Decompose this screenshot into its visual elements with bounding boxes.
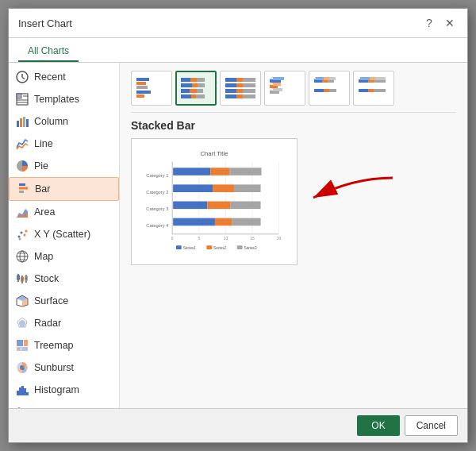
sidebar-item-radar-label: Radar bbox=[34, 318, 61, 329]
svg-rect-46 bbox=[21, 386, 24, 395]
svg-rect-78 bbox=[198, 83, 205, 87]
svg-rect-77 bbox=[192, 83, 198, 87]
svg-rect-95 bbox=[236, 94, 243, 98]
chart-subtype-3d-100-stacked-bar[interactable] bbox=[353, 71, 394, 106]
svg-rect-69 bbox=[136, 82, 146, 85]
svg-rect-91 bbox=[225, 89, 236, 93]
sidebar-item-recent-label: Recent bbox=[34, 71, 66, 83]
ok-button[interactable]: OK bbox=[357, 415, 399, 436]
sidebar-item-recent[interactable]: Recent bbox=[9, 66, 119, 88]
chart-subtype-3d-stacked-bar[interactable] bbox=[309, 71, 350, 106]
svg-point-21 bbox=[25, 230, 28, 233]
svg-text:Category 4: Category 4 bbox=[146, 223, 169, 228]
svg-rect-72 bbox=[136, 94, 144, 98]
sidebar-item-bar-label: Bar bbox=[35, 183, 50, 195]
sidebar-item-line-label: Line bbox=[34, 138, 53, 149]
svg-rect-10 bbox=[23, 117, 25, 127]
svg-rect-40 bbox=[24, 340, 28, 346]
svg-rect-104 bbox=[273, 88, 282, 91]
svg-rect-96 bbox=[243, 94, 255, 98]
sidebar-item-treemap[interactable]: Treemap bbox=[9, 334, 119, 357]
3d-stacked-bar-icon bbox=[313, 75, 346, 102]
svg-rect-4 bbox=[17, 94, 21, 98]
svg-line-112 bbox=[314, 77, 316, 79]
chart-preview-title: Stacked Bar bbox=[131, 119, 456, 132]
chart-subtype-stacked-bar[interactable] bbox=[175, 71, 217, 106]
svg-rect-68 bbox=[136, 78, 149, 81]
svg-rect-8 bbox=[17, 121, 19, 127]
sidebar-item-xy-scatter-label: X Y (Scatter) bbox=[34, 229, 90, 240]
insert-chart-dialog: Insert Chart ? ✕ All Charts Recent bbox=[8, 8, 468, 443]
svg-rect-93 bbox=[243, 89, 255, 93]
sidebar-item-treemap-label: Treemap bbox=[34, 340, 74, 351]
sidebar-item-pie[interactable]: Pie bbox=[9, 155, 119, 177]
svg-rect-143 bbox=[173, 168, 210, 175]
svg-rect-86 bbox=[236, 78, 243, 82]
svg-rect-76 bbox=[181, 83, 192, 87]
svg-rect-81 bbox=[197, 89, 203, 93]
svg-line-105 bbox=[270, 88, 273, 91]
area-chart-icon bbox=[15, 205, 29, 219]
chart-subtype-clustered-bar[interactable] bbox=[131, 71, 172, 106]
svg-rect-45 bbox=[19, 387, 21, 395]
chart-preview-box: Chart Title Category 1 bbox=[131, 138, 298, 265]
svg-rect-151 bbox=[230, 202, 260, 210]
sidebar-item-templates[interactable]: Templates bbox=[9, 88, 119, 110]
svg-rect-89 bbox=[236, 83, 243, 87]
chart-subtype-100-stacked-bar[interactable] bbox=[220, 71, 261, 106]
svg-rect-94 bbox=[225, 94, 236, 98]
svg-text:20: 20 bbox=[277, 237, 282, 241]
svg-rect-98 bbox=[273, 77, 284, 80]
sidebar-item-stock[interactable]: Stock bbox=[9, 268, 119, 290]
sidebar-item-radar[interactable]: Radar bbox=[9, 312, 119, 334]
svg-rect-15 bbox=[19, 191, 24, 193]
sidebar-item-bar[interactable]: Bar bbox=[9, 177, 119, 201]
sidebar-item-histogram-label: Histogram bbox=[34, 384, 79, 395]
chart-subtype-3d-clustered-bar[interactable] bbox=[264, 71, 305, 106]
sidebar-item-map[interactable]: Map bbox=[9, 245, 119, 268]
sidebar-item-area[interactable]: Area bbox=[9, 201, 119, 223]
svg-rect-79 bbox=[181, 89, 190, 93]
svg-rect-109 bbox=[316, 77, 324, 80]
histogram-chart-icon bbox=[15, 383, 29, 397]
sidebar-item-line[interactable]: Line bbox=[9, 133, 119, 155]
svg-line-122 bbox=[359, 77, 360, 79]
svg-rect-92 bbox=[236, 89, 243, 93]
arrow-indicator bbox=[305, 170, 401, 220]
svg-rect-83 bbox=[191, 94, 196, 98]
help-button[interactable]: ? bbox=[421, 15, 437, 31]
svg-rect-39 bbox=[17, 340, 23, 346]
sidebar-item-sunburst[interactable]: Sunburst bbox=[9, 357, 119, 379]
svg-rect-110 bbox=[324, 77, 329, 80]
sidebar-item-column-label: Column bbox=[34, 116, 68, 127]
svg-text:Series3: Series3 bbox=[244, 246, 257, 250]
svg-rect-120 bbox=[370, 77, 375, 80]
sidebar-item-column[interactable]: Column bbox=[9, 110, 119, 133]
svg-rect-147 bbox=[213, 184, 234, 192]
svg-rect-11 bbox=[26, 119, 29, 127]
close-button[interactable]: ✕ bbox=[442, 15, 458, 31]
chart-preview-area: Stacked Bar Chart Title bbox=[131, 119, 456, 400]
svg-rect-47 bbox=[24, 388, 26, 395]
svg-rect-44 bbox=[17, 391, 19, 395]
sidebar-item-templates-label: Templates bbox=[34, 94, 79, 105]
dialog-title: Insert Chart bbox=[18, 17, 72, 29]
svg-rect-101 bbox=[273, 83, 281, 86]
chart-subtype-row bbox=[131, 71, 456, 113]
svg-line-99 bbox=[270, 77, 273, 79]
template-icon bbox=[15, 92, 29, 106]
sidebar-item-histogram[interactable]: Histogram bbox=[9, 379, 119, 401]
svg-rect-74 bbox=[190, 78, 197, 82]
svg-rect-82 bbox=[181, 94, 191, 98]
sidebar-item-surface[interactable]: Surface bbox=[9, 290, 119, 312]
sidebar-item-xy-scatter[interactable]: X Y (Scatter) bbox=[9, 223, 119, 245]
svg-rect-48 bbox=[26, 392, 29, 395]
tab-all-charts[interactable]: All Charts bbox=[18, 41, 79, 62]
sidebar-item-box-whisker[interactable]: Box & Whisker bbox=[9, 401, 119, 408]
svg-text:Series2: Series2 bbox=[213, 246, 227, 250]
cancel-button[interactable]: Cancel bbox=[405, 415, 458, 436]
svg-point-19 bbox=[21, 232, 23, 234]
sunburst-chart-icon bbox=[15, 360, 29, 375]
svg-rect-125 bbox=[374, 89, 386, 92]
svg-rect-145 bbox=[229, 168, 261, 175]
